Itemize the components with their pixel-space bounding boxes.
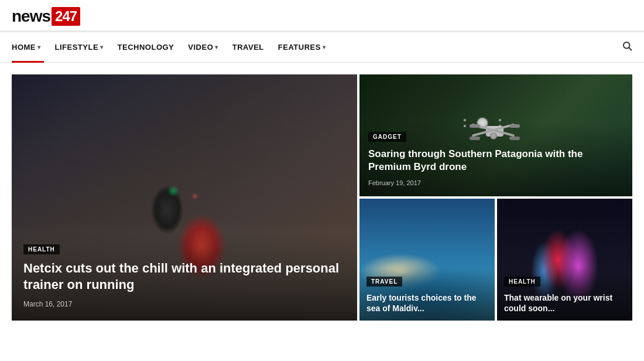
logo[interactable]: news247 bbox=[12, 7, 80, 26]
nav-item-technology[interactable]: TECHNOLOGY bbox=[118, 35, 184, 60]
featured-article[interactable]: HEALTH Netcix cuts out the chill with an… bbox=[12, 74, 357, 321]
chevron-down-icon: ▾ bbox=[323, 44, 326, 50]
chevron-down-icon: ▾ bbox=[37, 44, 41, 50]
top-right-overlay: GADGET Soaring through Southern Patagoni… bbox=[359, 122, 632, 196]
bottom-right-overlay: HEALTH That wearable on your wrist could… bbox=[497, 268, 632, 321]
bottom-articles: TRAVEL Early tourists choices to the sea… bbox=[359, 199, 632, 321]
articles-grid: HEALTH Netcix cuts out the chill with an… bbox=[12, 74, 632, 321]
featured-tag: HEALTH bbox=[23, 244, 60, 254]
logo-badge: 247 bbox=[52, 7, 80, 26]
bottom-right-tag: HEALTH bbox=[504, 277, 540, 287]
chevron-down-icon: ▾ bbox=[100, 44, 104, 50]
top-right-tag: GADGET bbox=[368, 132, 406, 142]
bottom-right-article[interactable]: HEALTH That wearable on your wrist could… bbox=[497, 199, 632, 321]
featured-title: Netcix cuts out the chill with an integr… bbox=[23, 260, 345, 294]
main-content: HEALTH Netcix cuts out the chill with an… bbox=[0, 63, 644, 332]
featured-date: March 16, 2017 bbox=[23, 300, 72, 308]
nav-item-home[interactable]: HOME ▾ bbox=[12, 35, 50, 60]
top-right-date: February 19, 2017 bbox=[368, 179, 421, 186]
bottom-left-overlay: TRAVEL Early tourists choices to the sea… bbox=[359, 268, 495, 321]
featured-overlay: HEALTH Netcix cuts out the chill with an… bbox=[12, 231, 357, 321]
bottom-right-title: That wearable on your wrist could soon..… bbox=[504, 292, 625, 314]
bottom-left-article[interactable]: TRAVEL Early tourists choices to the sea… bbox=[359, 199, 495, 321]
chevron-down-icon: ▾ bbox=[215, 44, 218, 50]
search-button[interactable] bbox=[616, 32, 632, 62]
top-right-title: Soaring through Southern Patagonia with … bbox=[368, 148, 624, 173]
logo-text: news bbox=[12, 7, 50, 26]
header: news247 bbox=[0, 0, 644, 32]
nav-item-lifestyle[interactable]: LIFESTYLE ▾ bbox=[55, 35, 113, 60]
top-right-article[interactable]: GADGET Soaring through Southern Patagoni… bbox=[359, 74, 632, 196]
nav-menu: HOME ▾ LIFESTYLE ▾ TECHNOLOGY VIDEO ▾ TR… bbox=[12, 35, 616, 60]
nav-item-travel[interactable]: TRAVEL bbox=[232, 35, 273, 60]
nav-item-features[interactable]: FEATURES ▾ bbox=[278, 35, 335, 60]
bottom-left-tag: TRAVEL bbox=[366, 277, 402, 287]
navigation: HOME ▾ LIFESTYLE ▾ TECHNOLOGY VIDEO ▾ TR… bbox=[0, 32, 644, 63]
nav-item-video[interactable]: VIDEO ▾ bbox=[188, 35, 227, 60]
bottom-left-title: Early tourists choices to the sea of Mal… bbox=[366, 292, 488, 314]
svg-line-1 bbox=[629, 47, 631, 50]
